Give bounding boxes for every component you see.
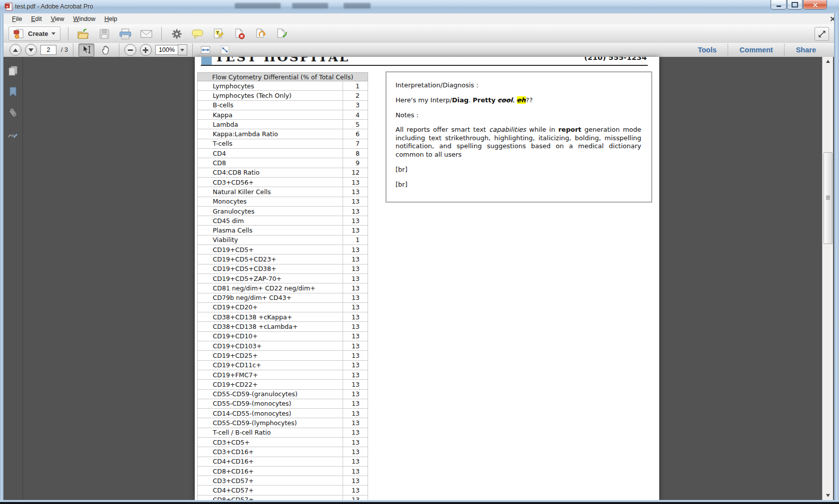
analyte-name: CD4+CD57+ bbox=[198, 486, 343, 495]
create-icon bbox=[13, 28, 24, 39]
create-button[interactable]: Create bbox=[8, 26, 60, 41]
analyte-value: 1 bbox=[343, 81, 368, 90]
navigation-toolbar: / 3 bbox=[3, 43, 834, 57]
analyte-value: 13 bbox=[343, 197, 368, 206]
menu-help[interactable]: Help bbox=[100, 14, 122, 24]
analyte-value: 13 bbox=[343, 312, 368, 321]
attachments-panel-button[interactable] bbox=[6, 106, 20, 120]
analyte-name: CD19+CD10+ bbox=[198, 332, 343, 341]
pages-icon bbox=[7, 65, 19, 77]
analyte-value: 13 bbox=[343, 390, 368, 399]
vertical-scrollbar[interactable] bbox=[822, 57, 833, 500]
next-page-button[interactable] bbox=[25, 44, 37, 56]
email-button[interactable] bbox=[139, 27, 154, 41]
analyte-name: CD38+CD138 +cKappa+ bbox=[198, 312, 343, 321]
share-button[interactable]: Share bbox=[785, 46, 827, 54]
analyte-value: 13 bbox=[343, 351, 368, 360]
print-button[interactable] bbox=[118, 27, 133, 41]
fit-width-button[interactable] bbox=[198, 43, 214, 57]
nav-separator bbox=[119, 43, 119, 57]
table-row: CD14-CD55-(monocytes)13 bbox=[198, 409, 368, 418]
analyte-value: 13 bbox=[343, 303, 368, 312]
menu-file[interactable]: File bbox=[7, 14, 26, 24]
page-insert-icon bbox=[276, 28, 288, 40]
page-insert-button[interactable] bbox=[274, 27, 289, 41]
analyte-name: CD3+CD56+ bbox=[198, 178, 343, 187]
analyte-value: 13 bbox=[343, 467, 368, 476]
select-tool-button[interactable] bbox=[78, 43, 94, 57]
open-file-button[interactable] bbox=[76, 27, 91, 41]
minimize-icon bbox=[777, 5, 781, 7]
fit-width-icon bbox=[200, 45, 211, 55]
comment-bubble-button[interactable] bbox=[190, 27, 205, 41]
close-icon bbox=[813, 2, 818, 7]
page-rotate-icon bbox=[255, 28, 267, 40]
analyte-value: 13 bbox=[343, 293, 368, 302]
previous-page-button[interactable] bbox=[9, 44, 21, 56]
analyte-name: CD8+CD57+ bbox=[198, 496, 343, 500]
taskbar-edge bbox=[0, 502, 839, 504]
table-row: CD19+CD5+CD38+13 bbox=[198, 264, 368, 274]
highlight-text-button[interactable]: T bbox=[211, 27, 226, 41]
create-button-label: Create bbox=[28, 30, 48, 37]
save-button[interactable] bbox=[97, 27, 112, 41]
tools-button[interactable]: Tools bbox=[687, 46, 728, 54]
comment-panel-button[interactable]: Comment bbox=[729, 46, 784, 54]
signatures-panel-button[interactable] bbox=[6, 127, 20, 141]
down-arrow-icon bbox=[28, 48, 33, 52]
hand-tool-button[interactable] bbox=[98, 43, 114, 57]
svg-text:T: T bbox=[216, 30, 219, 35]
page-rotate-button[interactable] bbox=[253, 27, 268, 41]
bookmark-icon bbox=[7, 86, 19, 98]
analyte-name: CD19+CD5+ZAP-70+ bbox=[198, 274, 343, 283]
expand-toolbar-button[interactable] bbox=[815, 27, 829, 41]
pages-panel-button[interactable] bbox=[6, 64, 20, 78]
print-icon bbox=[119, 28, 132, 40]
analyte-name: CD3+CD57+ bbox=[198, 476, 343, 485]
background-window-ghost bbox=[235, 3, 281, 8]
menu-edit[interactable]: Edit bbox=[26, 14, 46, 24]
table-row: CD8+CD57+13 bbox=[198, 496, 368, 500]
analyte-value: 13 bbox=[343, 254, 368, 263]
menu-window[interactable]: Window bbox=[69, 14, 100, 24]
analyte-value: 3 bbox=[343, 101, 368, 110]
window-frame-left bbox=[0, 13, 3, 504]
table-row: Lymphocytes1 bbox=[198, 81, 368, 91]
zoom-level-input[interactable] bbox=[155, 45, 178, 55]
scrollbar-thumb[interactable] bbox=[824, 152, 833, 244]
pdf-page: TEST HOSPITAL (210) 555-1234 Flow Cytome… bbox=[195, 57, 659, 500]
scroll-up-button[interactable] bbox=[823, 57, 833, 66]
analyte-name: CD19+CD11c+ bbox=[198, 361, 343, 370]
maximize-button[interactable] bbox=[787, 0, 803, 9]
page-number-input[interactable] bbox=[40, 45, 56, 55]
thumb-grip bbox=[826, 196, 830, 197]
zoom-in-button[interactable] bbox=[140, 44, 152, 56]
hospital-phone-cut: (210) 555-1234 bbox=[567, 57, 647, 63]
table-header: Flow Cytometry Differential (% of Total … bbox=[197, 72, 368, 81]
close-button[interactable] bbox=[803, 0, 827, 9]
interpretation-box[interactable]: Interpretation/Diagnosis : Here's my Int… bbox=[386, 71, 652, 203]
analyte-value: 13 bbox=[343, 409, 368, 418]
analyte-name: CD19+CD20+ bbox=[198, 303, 343, 312]
analyte-value: 13 bbox=[343, 216, 368, 225]
settings-button[interactable] bbox=[169, 27, 184, 41]
analyte-value: 13 bbox=[343, 370, 368, 379]
minimize-button[interactable] bbox=[771, 0, 787, 9]
analyte-name: T-cell / B-cell Ratio bbox=[198, 428, 343, 437]
expand-arrows-icon bbox=[817, 29, 827, 39]
menu-view[interactable]: View bbox=[46, 14, 69, 24]
page-delete-button[interactable] bbox=[232, 27, 247, 41]
table-row: Kappa:Lambda Ratio6 bbox=[198, 129, 368, 139]
diagnosis-label: Interpretation/Diagnosis : bbox=[396, 81, 641, 89]
table-row: CD3+CD57+13 bbox=[198, 476, 368, 486]
fit-page-button[interactable] bbox=[217, 43, 233, 57]
hospital-name-cut: TEST HOSPITAL bbox=[215, 57, 415, 64]
zoom-out-button[interactable] bbox=[124, 44, 136, 56]
scroll-down-button[interactable] bbox=[823, 491, 833, 500]
br-token: [br] bbox=[396, 165, 641, 174]
analyte-name: Granulocytes bbox=[198, 207, 343, 216]
table-row: CD19+CD5+13 bbox=[198, 245, 368, 254]
zoom-dropdown-button[interactable] bbox=[178, 44, 187, 55]
analyte-value: 13 bbox=[343, 274, 368, 283]
bookmarks-panel-button[interactable] bbox=[6, 85, 20, 99]
